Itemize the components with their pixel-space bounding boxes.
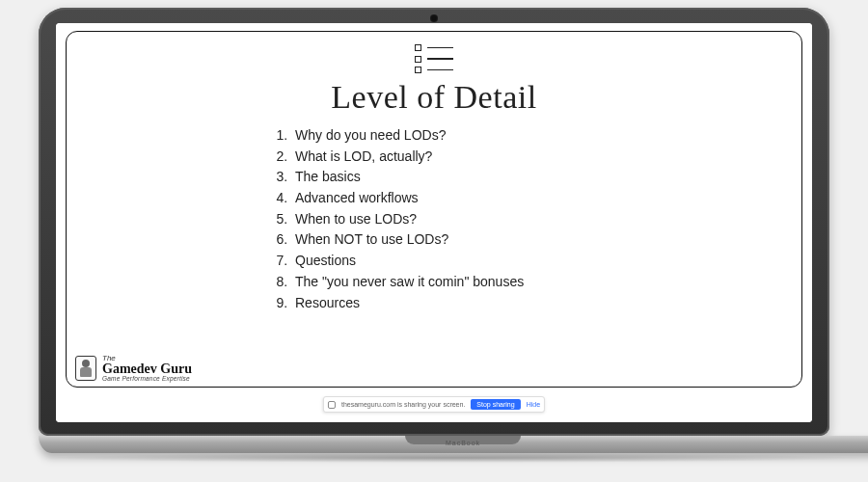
stage: Level of Detail Why do you need LODs? Wh… xyxy=(0,0,868,482)
laptop-screen: Level of Detail Why do you need LODs? Wh… xyxy=(56,23,812,422)
camera-icon xyxy=(430,14,438,22)
laptop-lid: Level of Detail Why do you need LODs? Wh… xyxy=(39,8,829,436)
list-item: Questions xyxy=(291,251,598,272)
list-item: Resources xyxy=(291,293,598,314)
brand-logo: The Gamedev Guru Game Performance Expert… xyxy=(75,355,192,383)
logo-tagline: Game Performance Expertise xyxy=(102,376,192,383)
list-item: The "you never saw it comin" bonuses xyxy=(291,272,598,293)
laptop-mockup: Level of Detail Why do you need LODs? Wh… xyxy=(39,8,829,463)
agenda-list: Why do you need LODs? What is LOD, actua… xyxy=(270,125,598,313)
table-of-contents-icon xyxy=(415,44,453,73)
hide-share-bar-button[interactable]: Hide xyxy=(527,401,540,408)
guru-avatar-icon xyxy=(75,356,96,381)
list-item: Advanced workflows xyxy=(291,188,598,209)
logo-name: Gamedev Guru xyxy=(102,362,192,376)
share-indicator-icon xyxy=(328,401,336,409)
logo-text: The Gamedev Guru Game Performance Expert… xyxy=(102,355,192,383)
laptop-base: MacBook xyxy=(39,436,868,453)
list-item: When NOT to use LODs? xyxy=(291,229,598,251)
slide-content: Level of Detail Why do you need LODs? Wh… xyxy=(66,31,802,388)
share-status-text: thesameguru.com is sharing your screen. xyxy=(341,401,465,408)
list-item: Why do you need LODs? xyxy=(291,125,598,147)
slide-title: Level of Detail xyxy=(331,79,536,116)
presentation-slide: Level of Detail Why do you need LODs? Wh… xyxy=(56,23,812,422)
list-item: The basics xyxy=(291,167,598,188)
laptop-shadow xyxy=(39,453,868,463)
stop-sharing-button[interactable]: Stop sharing xyxy=(471,399,520,410)
list-item: What is LOD, actually? xyxy=(291,147,598,168)
screen-share-bar: thesameguru.com is sharing your screen. … xyxy=(323,396,545,413)
list-item: When to use LODs? xyxy=(291,209,598,230)
device-brand-label: MacBook xyxy=(446,440,480,446)
